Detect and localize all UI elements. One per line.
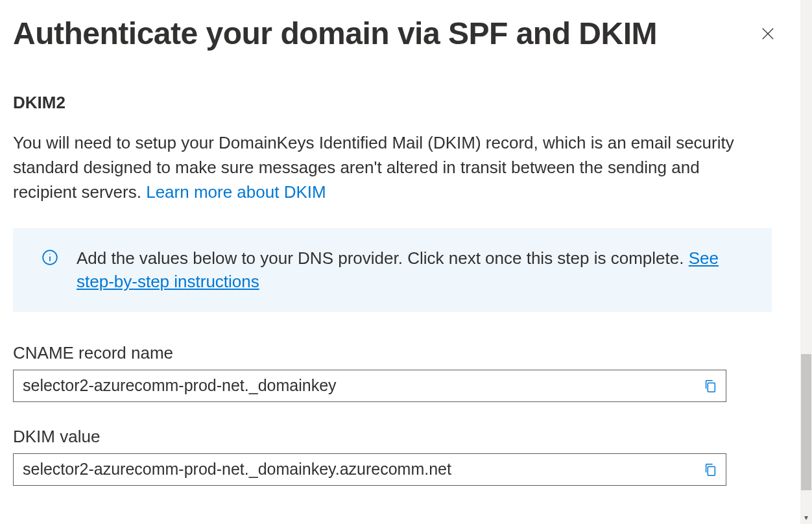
dkim-input[interactable] <box>23 460 693 479</box>
svg-rect-6 <box>708 466 715 475</box>
cname-label: CNAME record name <box>13 343 726 363</box>
section-heading-dkim2: DKIM2 <box>13 93 795 113</box>
cname-input-wrap <box>13 370 726 402</box>
dkim-copy-button[interactable] <box>701 460 719 479</box>
cname-copy-button[interactable] <box>701 377 719 395</box>
dkim-input-wrap <box>13 453 726 486</box>
copy-icon <box>703 462 717 477</box>
dialog-title: Authenticate your domain via SPF and DKI… <box>13 16 657 51</box>
svg-rect-5 <box>708 383 715 392</box>
scrollbar-track[interactable]: ▾ <box>800 0 812 524</box>
field-cname: CNAME record name <box>13 343 726 402</box>
info-callout: Add the values below to your DNS provide… <box>13 228 772 312</box>
dialog-header: Authenticate your domain via SPF and DKI… <box>0 0 812 51</box>
section-description: You will need to setup your DomainKeys I… <box>13 131 739 205</box>
info-text-body: Add the values below to your DNS provide… <box>77 248 689 268</box>
dialog-content: DKIM2 You will need to setup your Domain… <box>0 51 808 518</box>
copy-icon <box>703 378 717 394</box>
close-button[interactable] <box>755 21 781 47</box>
dialog-panel: Authenticate your domain via SPF and DKI… <box>0 0 812 524</box>
svg-point-4 <box>49 254 50 254</box>
dkim-label: DKIM value <box>13 427 726 447</box>
info-icon <box>42 249 58 266</box>
info-text: Add the values below to your DNS provide… <box>77 246 746 294</box>
field-dkim: DKIM value <box>13 427 726 486</box>
cname-input[interactable] <box>23 376 693 395</box>
scrollbar-thumb[interactable] <box>801 354 811 490</box>
scroll-down-icon[interactable]: ▾ <box>802 514 810 521</box>
close-icon <box>761 27 775 41</box>
learn-more-link[interactable]: Learn more about DKIM <box>146 182 326 202</box>
section-description-text: You will need to setup your DomainKeys I… <box>13 133 734 202</box>
